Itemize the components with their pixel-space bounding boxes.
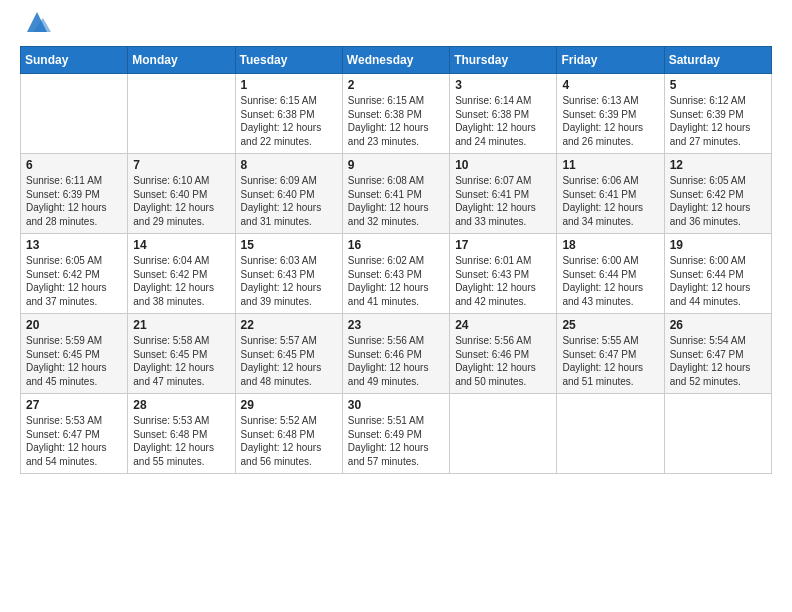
calendar-cell: 5Sunrise: 6:12 AM Sunset: 6:39 PM Daylig… xyxy=(664,74,771,154)
day-number: 19 xyxy=(670,238,766,252)
day-number: 28 xyxy=(133,398,229,412)
calendar-cell xyxy=(128,74,235,154)
calendar-week-row: 13Sunrise: 6:05 AM Sunset: 6:42 PM Dayli… xyxy=(21,234,772,314)
calendar-cell: 6Sunrise: 6:11 AM Sunset: 6:39 PM Daylig… xyxy=(21,154,128,234)
calendar-weekday-header: Friday xyxy=(557,47,664,74)
calendar-cell: 22Sunrise: 5:57 AM Sunset: 6:45 PM Dayli… xyxy=(235,314,342,394)
calendar-cell xyxy=(664,394,771,474)
day-number: 5 xyxy=(670,78,766,92)
day-number: 14 xyxy=(133,238,229,252)
day-info: Sunrise: 5:55 AM Sunset: 6:47 PM Dayligh… xyxy=(562,334,658,388)
day-info: Sunrise: 6:11 AM Sunset: 6:39 PM Dayligh… xyxy=(26,174,122,228)
calendar-cell: 17Sunrise: 6:01 AM Sunset: 6:43 PM Dayli… xyxy=(450,234,557,314)
calendar-cell: 21Sunrise: 5:58 AM Sunset: 6:45 PM Dayli… xyxy=(128,314,235,394)
calendar-table: SundayMondayTuesdayWednesdayThursdayFrid… xyxy=(20,46,772,474)
day-info: Sunrise: 5:54 AM Sunset: 6:47 PM Dayligh… xyxy=(670,334,766,388)
day-number: 22 xyxy=(241,318,337,332)
calendar-cell: 29Sunrise: 5:52 AM Sunset: 6:48 PM Dayli… xyxy=(235,394,342,474)
day-number: 23 xyxy=(348,318,444,332)
day-info: Sunrise: 6:05 AM Sunset: 6:42 PM Dayligh… xyxy=(26,254,122,308)
day-info: Sunrise: 5:53 AM Sunset: 6:48 PM Dayligh… xyxy=(133,414,229,468)
logo xyxy=(20,18,51,36)
day-number: 29 xyxy=(241,398,337,412)
calendar-cell: 10Sunrise: 6:07 AM Sunset: 6:41 PM Dayli… xyxy=(450,154,557,234)
day-info: Sunrise: 6:15 AM Sunset: 6:38 PM Dayligh… xyxy=(241,94,337,148)
calendar-cell: 1Sunrise: 6:15 AM Sunset: 6:38 PM Daylig… xyxy=(235,74,342,154)
day-number: 26 xyxy=(670,318,766,332)
day-info: Sunrise: 6:07 AM Sunset: 6:41 PM Dayligh… xyxy=(455,174,551,228)
day-number: 17 xyxy=(455,238,551,252)
day-number: 13 xyxy=(26,238,122,252)
calendar-weekday-header: Monday xyxy=(128,47,235,74)
calendar-week-row: 20Sunrise: 5:59 AM Sunset: 6:45 PM Dayli… xyxy=(21,314,772,394)
calendar-cell: 2Sunrise: 6:15 AM Sunset: 6:38 PM Daylig… xyxy=(342,74,449,154)
day-number: 20 xyxy=(26,318,122,332)
calendar-cell: 23Sunrise: 5:56 AM Sunset: 6:46 PM Dayli… xyxy=(342,314,449,394)
calendar-cell: 7Sunrise: 6:10 AM Sunset: 6:40 PM Daylig… xyxy=(128,154,235,234)
calendar-cell: 8Sunrise: 6:09 AM Sunset: 6:40 PM Daylig… xyxy=(235,154,342,234)
day-number: 12 xyxy=(670,158,766,172)
day-number: 25 xyxy=(562,318,658,332)
calendar-week-row: 27Sunrise: 5:53 AM Sunset: 6:47 PM Dayli… xyxy=(21,394,772,474)
calendar-week-row: 1Sunrise: 6:15 AM Sunset: 6:38 PM Daylig… xyxy=(21,74,772,154)
day-info: Sunrise: 5:57 AM Sunset: 6:45 PM Dayligh… xyxy=(241,334,337,388)
day-info: Sunrise: 5:56 AM Sunset: 6:46 PM Dayligh… xyxy=(455,334,551,388)
day-number: 10 xyxy=(455,158,551,172)
day-number: 6 xyxy=(26,158,122,172)
calendar-weekday-header: Sunday xyxy=(21,47,128,74)
calendar-cell: 13Sunrise: 6:05 AM Sunset: 6:42 PM Dayli… xyxy=(21,234,128,314)
calendar-weekday-header: Thursday xyxy=(450,47,557,74)
day-info: Sunrise: 5:51 AM Sunset: 6:49 PM Dayligh… xyxy=(348,414,444,468)
day-info: Sunrise: 6:05 AM Sunset: 6:42 PM Dayligh… xyxy=(670,174,766,228)
day-info: Sunrise: 5:59 AM Sunset: 6:45 PM Dayligh… xyxy=(26,334,122,388)
calendar-weekday-header: Saturday xyxy=(664,47,771,74)
day-info: Sunrise: 6:01 AM Sunset: 6:43 PM Dayligh… xyxy=(455,254,551,308)
day-number: 4 xyxy=(562,78,658,92)
calendar-cell: 20Sunrise: 5:59 AM Sunset: 6:45 PM Dayli… xyxy=(21,314,128,394)
calendar-cell: 24Sunrise: 5:56 AM Sunset: 6:46 PM Dayli… xyxy=(450,314,557,394)
calendar-cell: 27Sunrise: 5:53 AM Sunset: 6:47 PM Dayli… xyxy=(21,394,128,474)
day-number: 9 xyxy=(348,158,444,172)
day-number: 3 xyxy=(455,78,551,92)
day-info: Sunrise: 6:03 AM Sunset: 6:43 PM Dayligh… xyxy=(241,254,337,308)
calendar-cell: 25Sunrise: 5:55 AM Sunset: 6:47 PM Dayli… xyxy=(557,314,664,394)
calendar-cell xyxy=(450,394,557,474)
day-info: Sunrise: 5:53 AM Sunset: 6:47 PM Dayligh… xyxy=(26,414,122,468)
calendar-cell: 4Sunrise: 6:13 AM Sunset: 6:39 PM Daylig… xyxy=(557,74,664,154)
day-number: 15 xyxy=(241,238,337,252)
day-number: 2 xyxy=(348,78,444,92)
day-number: 27 xyxy=(26,398,122,412)
calendar-cell: 18Sunrise: 6:00 AM Sunset: 6:44 PM Dayli… xyxy=(557,234,664,314)
day-number: 30 xyxy=(348,398,444,412)
day-info: Sunrise: 6:08 AM Sunset: 6:41 PM Dayligh… xyxy=(348,174,444,228)
calendar-cell: 14Sunrise: 6:04 AM Sunset: 6:42 PM Dayli… xyxy=(128,234,235,314)
day-info: Sunrise: 6:02 AM Sunset: 6:43 PM Dayligh… xyxy=(348,254,444,308)
day-number: 16 xyxy=(348,238,444,252)
day-info: Sunrise: 5:58 AM Sunset: 6:45 PM Dayligh… xyxy=(133,334,229,388)
day-info: Sunrise: 6:00 AM Sunset: 6:44 PM Dayligh… xyxy=(562,254,658,308)
day-number: 1 xyxy=(241,78,337,92)
calendar-cell: 11Sunrise: 6:06 AM Sunset: 6:41 PM Dayli… xyxy=(557,154,664,234)
day-number: 21 xyxy=(133,318,229,332)
calendar-cell: 15Sunrise: 6:03 AM Sunset: 6:43 PM Dayli… xyxy=(235,234,342,314)
header xyxy=(20,18,772,36)
day-info: Sunrise: 6:13 AM Sunset: 6:39 PM Dayligh… xyxy=(562,94,658,148)
calendar-cell: 3Sunrise: 6:14 AM Sunset: 6:38 PM Daylig… xyxy=(450,74,557,154)
calendar-weekday-header: Wednesday xyxy=(342,47,449,74)
day-info: Sunrise: 6:14 AM Sunset: 6:38 PM Dayligh… xyxy=(455,94,551,148)
calendar-cell: 28Sunrise: 5:53 AM Sunset: 6:48 PM Dayli… xyxy=(128,394,235,474)
calendar-week-row: 6Sunrise: 6:11 AM Sunset: 6:39 PM Daylig… xyxy=(21,154,772,234)
day-number: 8 xyxy=(241,158,337,172)
day-info: Sunrise: 6:06 AM Sunset: 6:41 PM Dayligh… xyxy=(562,174,658,228)
day-info: Sunrise: 6:15 AM Sunset: 6:38 PM Dayligh… xyxy=(348,94,444,148)
day-number: 11 xyxy=(562,158,658,172)
day-number: 7 xyxy=(133,158,229,172)
calendar-cell xyxy=(21,74,128,154)
calendar-header-row: SundayMondayTuesdayWednesdayThursdayFrid… xyxy=(21,47,772,74)
day-info: Sunrise: 6:12 AM Sunset: 6:39 PM Dayligh… xyxy=(670,94,766,148)
calendar-weekday-header: Tuesday xyxy=(235,47,342,74)
calendar-cell xyxy=(557,394,664,474)
calendar-cell: 9Sunrise: 6:08 AM Sunset: 6:41 PM Daylig… xyxy=(342,154,449,234)
calendar-cell: 19Sunrise: 6:00 AM Sunset: 6:44 PM Dayli… xyxy=(664,234,771,314)
logo-icon xyxy=(23,8,51,36)
